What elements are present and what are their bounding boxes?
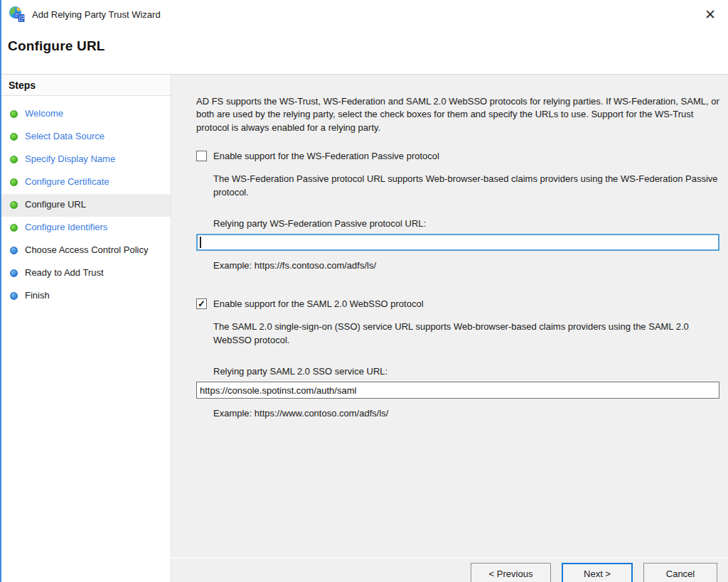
close-icon[interactable]: ✕ bbox=[701, 5, 719, 23]
saml-example-text: Example: https://www.contoso.com/adfs/ls… bbox=[213, 408, 719, 419]
steps-list: Welcome Select Data Source Specify Displ… bbox=[1, 96, 171, 308]
saml-checkbox-label: Enable support for the SAML 2.0 WebSSO p… bbox=[213, 298, 424, 310]
window-title: Add Relying Party Trust Wizard bbox=[32, 9, 161, 20]
adfs-app-icon bbox=[9, 6, 26, 23]
heading-area: Configure URL bbox=[1, 28, 728, 74]
sidebar-item-select-data-source[interactable]: Select Data Source bbox=[1, 126, 171, 149]
steps-header: Steps bbox=[1, 75, 171, 96]
step-label: Choose Access Control Policy bbox=[25, 244, 155, 256]
next-button[interactable]: Next > bbox=[562, 563, 633, 582]
sidebar-item-configure-url[interactable]: Configure URL bbox=[1, 194, 171, 217]
sidebar-item-specify-display-name[interactable]: Specify Display Name bbox=[1, 149, 171, 171]
step-pending-dot-icon bbox=[10, 292, 18, 300]
sidebar-item-finish[interactable]: Finish bbox=[1, 285, 171, 308]
step-label: Ready to Add Trust bbox=[25, 267, 111, 279]
sidebar-item-configure-certificate[interactable]: Configure Certificate bbox=[1, 171, 171, 194]
step-pending-dot-icon bbox=[10, 247, 18, 254]
cancel-button[interactable]: Cancel bbox=[643, 563, 717, 582]
step-completed-dot-icon bbox=[10, 201, 18, 209]
step-completed-dot-icon bbox=[10, 224, 18, 232]
saml-description: The SAML 2.0 single-sign-on (SSO) servic… bbox=[213, 320, 719, 347]
wizard-window: Add Relying Party Trust Wizard ✕ Configu… bbox=[0, 0, 728, 582]
wsfed-url-input[interactable] bbox=[196, 234, 719, 251]
step-completed-dot-icon bbox=[10, 156, 18, 163]
intro-text: AD FS supports the WS-Trust, WS-Federati… bbox=[196, 95, 719, 134]
steps-sidebar: Steps Welcome Select Data Source Specify… bbox=[1, 75, 171, 582]
wsfed-enable-checkbox-row[interactable]: Enable support for the WS-Federation Pas… bbox=[196, 150, 719, 162]
saml-url-label: Relying party SAML 2.0 SSO service URL: bbox=[213, 366, 719, 377]
sidebar-item-configure-identifiers[interactable]: Configure Identifiers bbox=[1, 217, 171, 239]
previous-button[interactable]: < Previous bbox=[471, 563, 551, 582]
saml-enable-checkbox-row[interactable]: ✓ Enable support for the SAML 2.0 WebSSO… bbox=[196, 298, 719, 310]
step-completed-dot-icon bbox=[10, 133, 18, 141]
sidebar-item-ready-to-add-trust[interactable]: Ready to Add Trust bbox=[1, 262, 171, 285]
wsfed-checkbox-label: Enable support for the WS-Federation Pas… bbox=[213, 150, 439, 162]
step-label: Configure Certificate bbox=[25, 176, 117, 188]
wsfed-description: The WS-Federation Passive protocol URL s… bbox=[213, 173, 719, 199]
wizard-content: AD FS supports the WS-Trust, WS-Federati… bbox=[171, 75, 728, 557]
step-label: Configure Identifiers bbox=[25, 222, 114, 233]
step-label: Finish bbox=[25, 290, 57, 301]
step-pending-dot-icon bbox=[10, 269, 18, 277]
step-label: Specify Display Name bbox=[25, 153, 122, 165]
saml-checkbox-checked-icon[interactable]: ✓ bbox=[196, 298, 207, 309]
step-completed-dot-icon bbox=[10, 178, 18, 186]
wizard-footer: < Previous Next > Cancel bbox=[171, 557, 728, 582]
step-completed-dot-icon bbox=[10, 110, 18, 118]
title-bar: Add Relying Party Trust Wizard ✕ bbox=[1, 0, 728, 28]
wsfed-example-text: Example: https://fs.contoso.com/adfs/ls/ bbox=[213, 260, 719, 271]
page-title: Configure URL bbox=[8, 38, 728, 54]
wsfed-url-label: Relying party WS-Federation Passive prot… bbox=[213, 218, 719, 229]
wsfed-checkbox-unchecked-icon[interactable] bbox=[196, 151, 207, 161]
sidebar-item-choose-access-control-policy[interactable]: Choose Access Control Policy bbox=[1, 239, 171, 262]
sidebar-item-welcome[interactable]: Welcome bbox=[1, 103, 171, 126]
text-cursor bbox=[200, 237, 201, 248]
step-label: Welcome bbox=[25, 108, 70, 119]
saml-url-input[interactable] bbox=[196, 382, 719, 399]
step-label: Select Data Source bbox=[25, 131, 112, 142]
step-label: Configure URL bbox=[25, 199, 93, 210]
